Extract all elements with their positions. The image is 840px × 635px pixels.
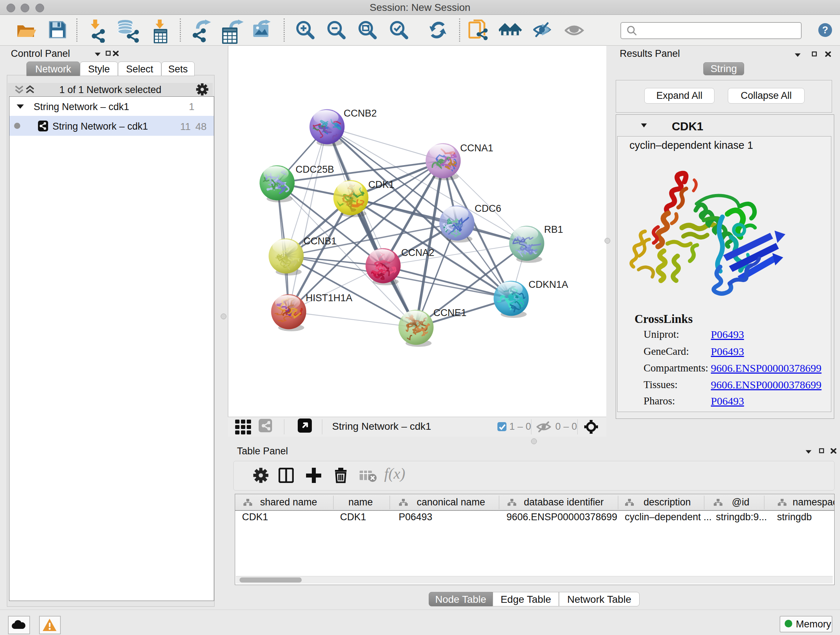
svg-text:CDKN1A: CDKN1A (529, 279, 568, 290)
svg-text:?: ? (822, 25, 829, 35)
svg-text:CCNB1: CCNB1 (303, 236, 337, 247)
svg-text:CDK1: CDK1 (368, 179, 394, 190)
svg-text:HIST1H1A: HIST1H1A (306, 293, 352, 303)
svg-text:CCNB2: CCNB2 (344, 108, 377, 119)
svg-text:CCNE1: CCNE1 (433, 307, 467, 318)
svg-text:CDC6: CDC6 (475, 203, 501, 214)
svg-text:CCNA1: CCNA1 (460, 143, 493, 154)
svg-text:CDC25B: CDC25B (295, 164, 334, 175)
svg-text:RB1: RB1 (544, 224, 563, 235)
svg-text:CCNA2: CCNA2 (401, 247, 434, 258)
